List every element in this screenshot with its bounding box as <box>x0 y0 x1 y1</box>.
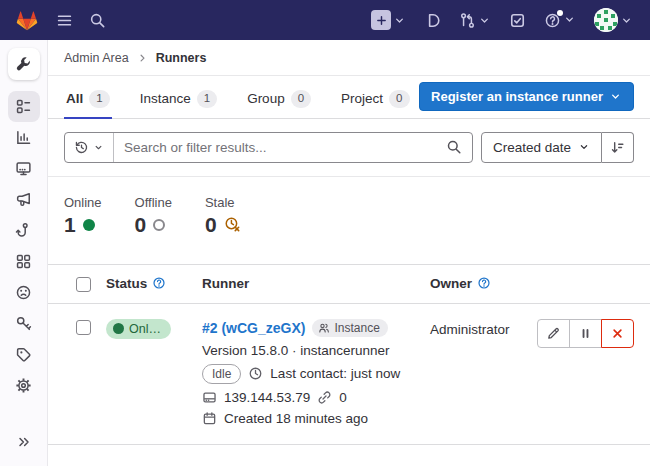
online-dot-icon <box>113 323 124 334</box>
column-owner: Owner <box>430 276 542 291</box>
notification-dot <box>557 10 563 16</box>
stale-clock-icon <box>224 216 241 233</box>
tab-instance-label: Instance <box>140 91 191 106</box>
offline-circle-icon <box>153 219 165 231</box>
runner-link[interactable]: #2 (wCG_zeGX) <box>202 320 305 336</box>
owner-help-icon[interactable] <box>477 276 491 290</box>
breadcrumb-runners: Runners <box>156 51 207 65</box>
breadcrumb-admin-area[interactable]: Admin Area <box>64 51 129 65</box>
sidebar-collapse-button[interactable] <box>8 426 40 457</box>
sidebar-item-applications[interactable] <box>8 246 40 277</box>
stat-online-value: 1 <box>64 213 76 237</box>
sidebar-item-monitoring[interactable] <box>8 153 40 184</box>
select-all-checkbox[interactable] <box>76 277 91 292</box>
chevron-down-icon <box>620 14 633 27</box>
admin-sidebar <box>0 40 48 466</box>
tab-project[interactable]: Project 0 <box>339 82 411 119</box>
chevron-down-icon <box>478 14 491 27</box>
runner-ip-address: 139.144.53.79 <box>224 390 310 405</box>
tab-group-label: Group <box>247 91 285 106</box>
sort-by-dropdown[interactable]: Created date <box>481 132 602 163</box>
top-navbar <box>0 0 650 40</box>
sidebar-item-deploy-keys[interactable] <box>8 308 40 339</box>
tab-all-label: All <box>66 91 83 106</box>
user-menu-button[interactable] <box>590 4 637 36</box>
runner-summary-cell: #2 (wCG_zeGX) Instance Version 15.8.0 · … <box>202 319 430 427</box>
tab-project-label: Project <box>341 91 383 106</box>
menu-icon[interactable] <box>52 8 77 33</box>
pause-icon <box>578 326 593 341</box>
filter-bar: Created date <box>48 119 650 177</box>
recent-searches-dropdown[interactable] <box>65 133 114 162</box>
register-button-label: Register an instance runner <box>431 89 603 104</box>
tab-group[interactable]: Group 0 <box>245 82 313 119</box>
stat-offline-label: Offline <box>135 195 172 210</box>
column-runner: Runner <box>202 276 430 291</box>
runner-owner: Administrator <box>430 319 542 337</box>
edit-runner-button[interactable] <box>537 319 570 348</box>
tab-group-count: 0 <box>291 90 311 108</box>
tab-project-count: 0 <box>389 90 409 108</box>
sidebar-item-system-hooks[interactable] <box>8 215 40 246</box>
sort-descending-icon <box>610 140 625 155</box>
tab-all-count: 1 <box>89 90 109 108</box>
stat-stale: Stale 0 <box>205 195 241 264</box>
runner-state-badge: Idle <box>202 364 241 385</box>
runner-column-label: Runner <box>202 276 249 291</box>
sort-by-label: Created date <box>493 140 571 155</box>
stat-offline-value: 0 <box>135 213 147 237</box>
status-badge: Online <box>106 319 171 339</box>
admin-runners-page: Admin Area Runners All 1 Instance 1 Grou… <box>0 0 650 466</box>
new-menu-button[interactable] <box>367 6 410 34</box>
runner-status-cell: Online <box>106 319 202 339</box>
runner-tabs-row: All 1 Instance 1 Group 0 Project 0 <box>48 76 650 119</box>
stat-online-label: Online <box>64 195 102 210</box>
runners-table-header: Status Runner Owner <box>48 264 650 304</box>
runner-type-label: Instance <box>334 321 379 335</box>
register-instance-runner-button[interactable]: Register an instance runner <box>419 82 634 111</box>
search-icon[interactable] <box>85 8 110 33</box>
label-tag-icon <box>15 346 32 363</box>
runner-created: Created 18 minutes ago <box>224 411 368 426</box>
people-icon <box>318 322 330 334</box>
todos-button[interactable] <box>505 8 530 33</box>
sidebar-item-messages[interactable] <box>8 184 40 215</box>
help-menu-button[interactable] <box>540 7 580 33</box>
pause-runner-button[interactable] <box>569 319 602 348</box>
delete-runner-button[interactable] <box>601 319 634 348</box>
abuse-face-icon <box>15 284 32 301</box>
chevron-down-icon <box>563 13 576 26</box>
sort-controls: Created date <box>481 132 634 163</box>
search-filter-box <box>64 132 473 163</box>
tab-all[interactable]: All 1 <box>64 82 112 119</box>
runner-row-checkbox[interactable] <box>76 320 91 335</box>
runner-actions <box>542 319 634 348</box>
chevron-down-icon <box>578 141 590 153</box>
search-icon <box>446 139 462 155</box>
monitor-icon <box>15 160 32 177</box>
issues-button[interactable] <box>420 8 445 33</box>
sort-direction-button[interactable] <box>602 132 634 163</box>
stat-stale-label: Stale <box>205 195 241 210</box>
gitlab-logo[interactable] <box>10 6 44 35</box>
close-x-icon <box>610 326 625 341</box>
sidebar-item-admin-area[interactable] <box>8 48 40 80</box>
avatar <box>594 8 618 32</box>
issues-icon <box>424 12 441 29</box>
merge-requests-button[interactable] <box>455 8 495 33</box>
sidebar-item-abuse-reports[interactable] <box>8 277 40 308</box>
chevron-down-icon <box>609 90 622 103</box>
search-submit-button[interactable] <box>436 133 472 162</box>
sidebar-item-analytics[interactable] <box>8 122 40 153</box>
runner-last-contact: Last contact: just now <box>270 366 400 381</box>
pencil-icon <box>546 326 561 341</box>
wrench-icon <box>15 56 32 73</box>
tab-instance[interactable]: Instance 1 <box>138 82 219 119</box>
status-help-icon[interactable] <box>152 276 166 290</box>
sidebar-item-overview[interactable] <box>8 91 40 122</box>
sidebar-item-settings[interactable] <box>8 370 40 401</box>
tab-instance-count: 1 <box>197 90 217 108</box>
gear-icon <box>15 377 32 394</box>
sidebar-item-labels[interactable] <box>8 339 40 370</box>
search-input[interactable] <box>114 133 436 162</box>
